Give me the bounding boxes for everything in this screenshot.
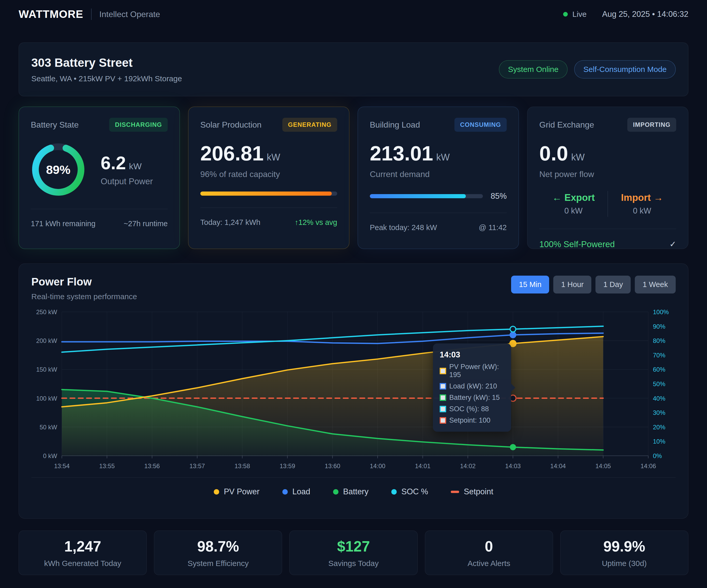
load-peak: Peak today: 248 kW [370,223,437,232]
power-flow-chart-area: 250 kW200 kW150 kW100 kW50 kW0 kW100%90%… [31,307,676,473]
load-demand-label: Current demand [370,169,507,179]
setpoint-swatch-icon [440,417,446,424]
solar-card-header: Solar Production GENERATING [200,118,337,132]
range-button-15min[interactable]: 15 Min [511,275,549,293]
timestamp: Aug 25, 2025 • 14:06:32 [602,9,688,19]
battery-remaining: 171 kWh remaining [31,220,96,228]
battery-card-title: Battery State [31,120,79,130]
grid-card-title: Grid Exchange [539,120,594,130]
tooltip-setpoint-text: Setpoint: 100 [449,416,491,424]
time-range-buttons: 15 Min 1 Hour 1 Day 1 Week [511,275,676,293]
y-axis-label: 250 kW [36,308,58,316]
legend-label: Setpoint [464,487,493,496]
kpi-row: Battery State DISCHARGING [19,107,688,249]
tooltip-row: SOC (%): 88 [440,405,504,413]
live-label: Live [572,10,587,19]
solar-card-footer: Today: 1,247 kWh ↑12% vs avg [200,218,337,227]
legend-item-load: Load [282,487,310,496]
grid-export-label: ← Export [539,192,608,203]
power-flow-titles: Power Flow Real-time system performance [31,275,137,301]
solar-card-title: Solar Production [200,120,262,130]
tooltip-row: Battery (kW): 15 [440,394,504,402]
range-button-1hour[interactable]: 1 Hour [553,275,591,293]
y2-axis-label: 60% [653,366,665,373]
solar-progress-track [200,192,337,196]
brand-logo: WATTMORE [19,8,83,21]
load-progress-track [370,194,483,198]
pv-power-swatch-icon [440,368,446,374]
brand-block: WATTMORE Intellect Operate [19,8,160,21]
stat-label: kWh Generated Today [44,559,122,568]
load-swatch-icon [440,383,446,390]
solar-card-divider [200,207,337,208]
solar-status-badge: GENERATING [282,118,337,132]
top-bar: WATTMORE Intellect Operate Live Aug 25, … [19,0,688,27]
y-axis-label: 100 kW [36,395,58,402]
grid-export-value: 0 kW [539,206,608,216]
solar-value-number: 206.81 [200,142,264,165]
x-axis-label: 14:00 [370,462,385,469]
solar-capacity-label: 96% of rated capacity [200,169,337,179]
chart-legend: PV Power Load Battery SOC % Setpoint [31,478,676,496]
grid-value-unit: kW [571,152,584,163]
x-axis-label: 13:60 [325,462,340,469]
load-value-unit: kW [436,152,450,163]
stat-label: Active Alerts [468,559,510,568]
grid-card-divider [539,229,676,229]
battery-output-number: 6.2 [101,153,126,173]
x-axis-label: 13:55 [99,462,115,469]
load-card-header: Building Load CONSUMING [370,118,507,132]
stat-label: Savings Today [328,559,379,568]
battery-output-label: Output Power [101,176,153,186]
grid-import-value: 0 kW [608,206,676,216]
battery-card-body: 89% 6.2kW Output Power [31,142,168,197]
grid-export-block: ← Export 0 kW [539,192,608,216]
self-consumption-mode-badge[interactable]: Self-Consumption Mode [574,60,676,78]
product-name: Intellect Operate [99,9,160,19]
dashboard-page: WATTMORE Intellect Operate Live Aug 25, … [0,0,707,575]
legend-item-setpoint: Setpoint [451,487,493,496]
power-flow-chart[interactable]: 250 kW200 kW150 kW100 kW50 kW0 kW100%90%… [31,307,676,473]
legend-label: Load [293,487,310,496]
battery-soc-ring: 89% [31,142,86,197]
y-axis-label: 0 kW [43,452,57,459]
grid-card-header: Grid Exchange IMPORTING [539,118,676,132]
solar-value-unit: kW [267,152,280,163]
stat-savings-today: $127 Savings Today [289,530,417,575]
site-badges: System Online Self-Consumption Mode [499,60,676,78]
self-powered-label: 100% Self-Powered [539,239,615,249]
power-flow-subtitle: Real-time system performance [31,292,137,301]
stat-value: 99.9% [604,538,645,555]
y2-axis-label: 80% [653,337,665,344]
pv-power-dot-icon [214,489,219,495]
tooltip-load-text: Load (kW): 210 [449,382,497,390]
live-dot-icon [563,12,568,17]
soc-swatch-icon [440,406,446,412]
x-axis-label: 13:59 [280,462,295,469]
summary-stats-row: 1,247 kWh Generated Today 98.7% System E… [19,530,688,575]
range-button-1week[interactable]: 1 Week [635,275,676,293]
soc-dot-icon [391,489,397,495]
solar-today-total: Today: 1,247 kWh [200,218,260,227]
legend-label: PV Power [224,487,260,496]
y2-axis-label: 20% [653,424,665,431]
load-dot-icon [282,489,288,495]
stat-active-alerts: 0 Active Alerts [425,530,553,575]
marker-battery [510,444,516,450]
grid-flows: ← Export 0 kW Import → 0 kW [539,191,676,217]
load-progress-fill [370,194,466,198]
load-card-footer: Peak today: 248 kW @ 11:42 [370,223,507,232]
y2-axis-label: 70% [653,352,665,359]
stat-uptime: 99.9% Uptime (30d) [560,530,688,575]
y2-axis-label: 30% [653,409,665,416]
tooltip-row: PV Power (kW): 195 [440,363,504,379]
range-button-1day[interactable]: 1 Day [596,275,631,293]
legend-item-battery: Battery [333,487,369,496]
battery-soc-percent: 89% [31,142,86,197]
load-progress-percent: 85% [491,192,507,201]
chart-tooltip: 14:03 PV Power (kW): 195 Load (kW): 210 … [433,344,511,432]
battery-runtime: ~27h runtime [124,220,168,228]
stat-label: Uptime (30d) [602,559,647,568]
site-info: 303 Battery Street Seattle, WA • 215kW P… [31,56,182,83]
solar-production-card: Solar Production GENERATING 206.81kW 96%… [188,107,349,249]
